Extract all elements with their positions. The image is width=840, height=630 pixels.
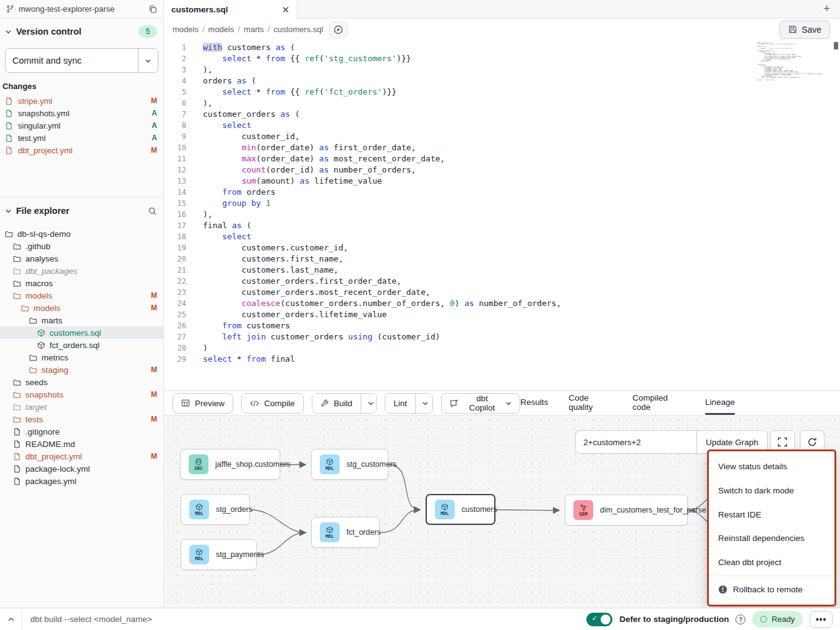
tree-item-packages-yml[interactable]: packages.yml	[0, 475, 163, 487]
commit-and-sync-button[interactable]: Commit and sync	[6, 49, 138, 72]
file-explorer-header[interactable]: File explorer	[0, 198, 163, 223]
tree-item-metrics[interactable]: metrics	[0, 351, 163, 364]
code-line-10[interactable]: 10 min(order_date) as first_order_date,	[164, 142, 840, 153]
compile-button[interactable]: Compile	[241, 393, 304, 414]
build-options-caret[interactable]	[361, 394, 377, 413]
help-icon[interactable]: ?	[735, 615, 745, 624]
tree-item-package-lock-yml[interactable]: package-lock.yml	[0, 462, 163, 475]
code-line-12[interactable]: 12 count(order_id) as number_of_orders,	[164, 164, 840, 176]
code-line-9[interactable]: 9 customer_id,	[164, 131, 840, 142]
lineage-node-fct-orders[interactable]: MDLfct_orders	[311, 517, 380, 548]
tree-item-db-sl-qs-demo[interactable]: db-sl-qs-demo	[0, 228, 163, 240]
code-line-26[interactable]: 26 from customers	[164, 320, 840, 331]
code-line-25[interactable]: 25 customer_orders.lifetime_value	[164, 309, 840, 320]
tree-item-customers-sql[interactable]: customers.sql	[0, 326, 163, 339]
tree-item-staging[interactable]: stagingM	[0, 364, 163, 376]
search-icon[interactable]	[148, 206, 157, 216]
breadcrumb-item-marts[interactable]: marts	[244, 25, 264, 34]
lineage-node-customers[interactable]: MDLcustomers	[426, 494, 495, 525]
menu-item-rollback-to-remote[interactable]: Rollback to remote	[709, 577, 834, 602]
more-options-button[interactable]: •••	[810, 611, 833, 628]
build-button[interactable]: Build	[312, 394, 361, 413]
dbt-copilot-button[interactable]: dbt Copilot	[441, 393, 521, 414]
menu-item-view-status-details[interactable]: View status details	[709, 454, 834, 479]
code-line-3[interactable]: 3),	[164, 64, 840, 75]
code-line-14[interactable]: 14 from orders	[164, 187, 840, 198]
preview-button[interactable]: Preview	[173, 393, 233, 414]
explorer-link-icon[interactable]	[329, 21, 348, 38]
tree-item-marts[interactable]: marts	[0, 314, 163, 326]
code-line-2[interactable]: 2 select * from {{ ref('stg_customers')}…	[164, 53, 840, 64]
change-test-yml[interactable]: test.ymlA	[0, 132, 163, 144]
lineage-node-stg-customers[interactable]: MDLstg_customers	[311, 449, 388, 480]
change-dbt-project-yml[interactable]: dbt_project.ymlM	[0, 144, 163, 156]
editor-scrollbar[interactable]	[834, 42, 838, 49]
expand-command-bar-button[interactable]	[0, 608, 22, 630]
code-line-29[interactable]: 29select * from final	[164, 354, 840, 365]
change-snapshots-yml[interactable]: snapshots.ymlA	[0, 107, 163, 119]
tree-item-models[interactable]: modelsM	[0, 302, 163, 314]
lint-button[interactable]: Lint	[385, 394, 415, 413]
close-tab-icon[interactable]: ✕	[281, 5, 289, 14]
change-singular-yml[interactable]: singular.ymlA	[0, 119, 163, 132]
defer-toggle[interactable]: ✓	[586, 613, 612, 626]
tree-item-target[interactable]: target	[0, 401, 163, 413]
lineage-node-dim-customers-test-for-parse[interactable]: SEMdim_customers_test_for_parse	[565, 495, 688, 526]
tree-item-seeds[interactable]: seeds	[0, 376, 163, 388]
code-line-1[interactable]: 1with customers as (	[164, 42, 840, 53]
lint-options-caret[interactable]	[415, 394, 432, 413]
code-line-23[interactable]: 23 customer_orders.most_recent_order_dat…	[164, 287, 840, 298]
code-line-19[interactable]: 19 customers.customer_id,	[164, 242, 840, 253]
version-control-header[interactable]: Version control 5	[0, 19, 163, 43]
code-line-7[interactable]: 7customer_orders as (	[164, 109, 840, 120]
code-line-22[interactable]: 22 customer_orders.first_order_date,	[164, 276, 840, 287]
tree-item-dbt-project-yml[interactable]: dbt_project.ymlM	[0, 450, 163, 462]
code-line-8[interactable]: 8 select	[164, 120, 840, 131]
tree-item-models[interactable]: modelsM	[0, 289, 163, 302]
tab-lineage[interactable]: Lineage	[705, 391, 735, 415]
tree-item-snapshots[interactable]: snapshotsM	[0, 388, 163, 401]
minimap[interactable]: with customers as ( select * from {{ ref…	[757, 43, 831, 82]
commit-options-caret[interactable]	[138, 49, 158, 72]
tree-item-fct-orders-sql[interactable]: fct_orders.sql	[0, 339, 163, 351]
menu-item-reinstall-dependencies[interactable]: Reinstall dependencies	[709, 526, 834, 550]
breadcrumb-item-models[interactable]: models	[173, 25, 199, 34]
copy-icon[interactable]	[148, 5, 157, 14]
code-line-21[interactable]: 21 customers.last_name,	[164, 265, 840, 276]
tab-compiled-code[interactable]: Compiled code	[633, 391, 685, 415]
lineage-node-stg-payments[interactable]: MDLstg_payments	[181, 539, 257, 570]
code-line-27[interactable]: 27 left join customer_orders using (cust…	[164, 331, 840, 343]
code-editor[interactable]: 1with customers as (2 select * from {{ r…	[164, 40, 840, 391]
tree-item-gitignore[interactable]: .gitignore	[0, 425, 163, 438]
tree-item-github[interactable]: .github	[0, 240, 163, 252]
menu-item-clean-dbt-project[interactable]: Clean dbt project	[709, 550, 834, 574]
tree-item-analyses[interactable]: analyses	[0, 252, 163, 265]
new-tab-button[interactable]: +	[823, 2, 830, 15]
tab-code-quality[interactable]: Code quality	[568, 391, 612, 415]
breadcrumb-item-models[interactable]: models	[208, 25, 234, 34]
change-stripe-yml[interactable]: stripe.ymlM	[0, 95, 163, 107]
breadcrumb-item-customers-sql[interactable]: customers.sql	[273, 25, 323, 34]
code-line-28[interactable]: 28)	[164, 343, 840, 354]
save-button[interactable]: Save	[779, 20, 830, 39]
code-line-17[interactable]: 17final as (	[164, 220, 840, 231]
menu-item-restart-ide[interactable]: Restart IDE	[709, 503, 834, 527]
code-line-16[interactable]: 16),	[164, 209, 840, 220]
code-line-20[interactable]: 20 customers.first_name,	[164, 253, 840, 265]
tree-item-dbt-packages[interactable]: dbt_packages	[0, 265, 163, 277]
code-line-24[interactable]: 24 coalesce(customer_orders.number_of_or…	[164, 298, 840, 309]
code-line-11[interactable]: 11 max(order_date) as most_recent_order_…	[164, 153, 840, 164]
tree-item-tests[interactable]: testsM	[0, 413, 163, 425]
command-input[interactable]: dbt build --select <model_name>	[30, 615, 586, 624]
code-line-13[interactable]: 13 sum(amount) as lifetime_value	[164, 176, 840, 187]
lineage-selector-input[interactable]	[575, 430, 696, 454]
tree-item-macros[interactable]: macros	[0, 277, 163, 289]
code-line-15[interactable]: 15 group by 1	[164, 198, 840, 209]
lineage-node-stg-orders[interactable]: MDLstg_orders	[181, 494, 250, 525]
lineage-node-jaffle-shop-customers[interactable]: SRCjaffle_shop.customers	[180, 449, 280, 480]
code-line-4[interactable]: 4orders as (	[164, 75, 840, 87]
code-line-18[interactable]: 18 select	[164, 231, 840, 242]
tree-item-readme-md[interactable]: README.md	[0, 438, 163, 450]
menu-item-switch-to-dark-mode[interactable]: Switch to dark mode	[709, 479, 834, 503]
code-line-6[interactable]: 6),	[164, 98, 840, 109]
